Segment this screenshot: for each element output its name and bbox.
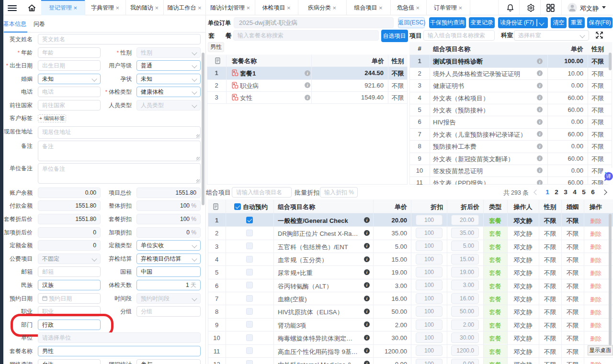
svg-text:译: 译 <box>606 173 612 179</box>
